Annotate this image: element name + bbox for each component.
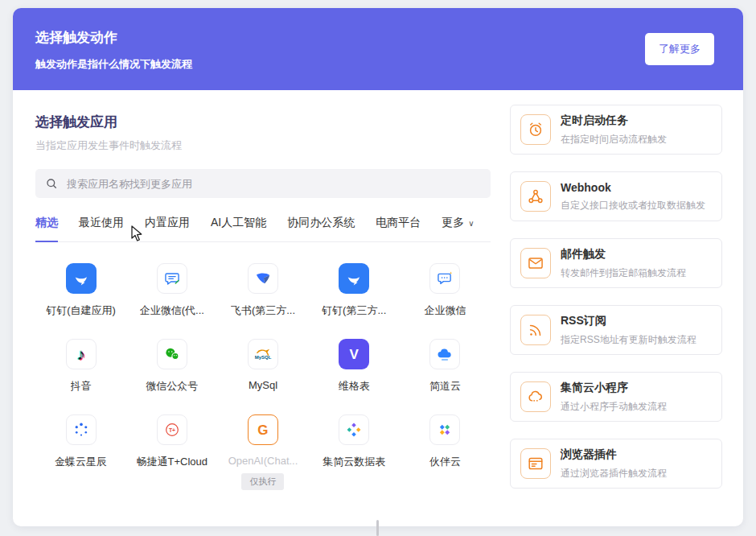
learn-more-button[interactable]: 了解更多 xyxy=(645,33,714,65)
page-title: 选择触发应用 xyxy=(35,113,491,131)
trigger-email-trigger[interactable]: 邮件触发转发邮件到指定邮箱触发流程 xyxy=(510,238,722,288)
trigger-webhook[interactable]: Webhook自定义接口接收或者拉取数据触发 xyxy=(510,171,722,221)
tab-ai[interactable]: AI人工智能 xyxy=(211,216,266,241)
jijian-table-icon xyxy=(339,414,369,445)
trigger-title: 浏览器插件 xyxy=(561,447,667,462)
tab-ecommerce[interactable]: 电商平台 xyxy=(376,216,421,241)
app-openai-chat[interactable]: GOpenAI(Chat...仅执行 xyxy=(217,414,308,490)
trigger-scheduled-task[interactable]: 定时启动任务在指定时间启动流程触发 xyxy=(510,105,722,155)
mail-icon xyxy=(520,248,551,278)
openai-icon: G xyxy=(248,414,278,445)
app-label: 维格表 xyxy=(339,379,370,394)
app-select-panel: 选择触发应用 当指定应用发生事件时触发流程 精选最近使用内置应用AI人工智能协同… xyxy=(35,105,491,505)
app-feishu-3rd[interactable]: 飞书(第三方... xyxy=(217,263,308,318)
app-label: 飞书(第三方... xyxy=(231,303,295,318)
wechat-mp-icon xyxy=(157,339,187,369)
app-douyin[interactable]: ♪抖音 xyxy=(35,339,126,394)
app-search-box[interactable] xyxy=(35,169,491,198)
jiandaoyun-icon xyxy=(429,339,460,369)
svg-text:T+: T+ xyxy=(169,427,175,433)
app-label: 简道云 xyxy=(429,379,461,394)
trigger-desc: 通过小程序手动触发流程 xyxy=(561,400,667,414)
wecom-dev-icon xyxy=(157,263,187,294)
app-jijian-datasheet[interactable]: 集简云数据表 xyxy=(309,414,400,490)
trigger-list: 定时启动任务在指定时间启动流程触发Webhook自定义接口接收或者拉取数据触发邮… xyxy=(510,105,722,505)
app-grid: 钉钉(自建应用)企业微信(代...飞书(第三方...钉钉(第三方...企业微信♪… xyxy=(35,263,491,490)
trigger-browser-extension[interactable]: 浏览器插件通过浏览器插件触发流程 xyxy=(510,439,722,489)
app-huoban-cloud[interactable]: 伙伴云 xyxy=(400,414,491,490)
trigger-title: Webhook xyxy=(561,181,705,194)
chevron-down-icon: ∨ xyxy=(468,219,474,228)
app-label: 伙伴云 xyxy=(429,455,461,469)
trigger-desc: 通过浏览器插件触发流程 xyxy=(561,467,667,480)
app-label: 钉钉(自建应用) xyxy=(46,303,116,318)
app-wechat-mp[interactable]: 微信公众号 xyxy=(126,339,217,394)
dingtalk-icon xyxy=(339,263,369,294)
kingdee-icon xyxy=(66,414,97,445)
app-label: 集简云数据表 xyxy=(323,455,385,469)
app-label: 钉钉(第三方... xyxy=(322,303,386,318)
tab-featured[interactable]: 精选 xyxy=(35,216,58,242)
trigger-title: RSS订阅 xyxy=(561,314,696,328)
trigger-title: 定时启动任务 xyxy=(561,113,667,128)
tab-label: AI人工智能 xyxy=(211,216,266,229)
app-label: OpenAI(Chat... xyxy=(228,455,298,467)
tab-builtin[interactable]: 内置应用 xyxy=(145,216,190,241)
browser-icon xyxy=(520,448,551,479)
dingtalk-icon xyxy=(66,263,97,294)
mini-program-icon xyxy=(520,381,551,412)
app-label: 企业微信(代... xyxy=(140,303,204,318)
trigger-title: 邮件触发 xyxy=(561,247,686,262)
dialog-header: 选择触发动作 触发动作是指什么情况下触发流程 了解更多 xyxy=(13,8,743,90)
dialog-subtitle: 触发动作是指什么情况下触发流程 xyxy=(35,57,714,72)
app-chanjet-tcloud[interactable]: T+畅捷通T+Cloud xyxy=(126,414,217,490)
rss-icon xyxy=(520,315,551,345)
dialog-title: 选择触发动作 xyxy=(35,28,714,47)
tab-label: 更多 xyxy=(442,216,464,229)
tab-label: 协同办公系统 xyxy=(287,216,355,229)
search-input[interactable] xyxy=(65,177,481,191)
app-wecom-dev[interactable]: 企业微信(代... xyxy=(126,263,217,318)
trigger-select-dialog: 选择触发动作 触发动作是指什么情况下触发流程 了解更多 选择触发应用 当指定应用… xyxy=(13,8,743,526)
tab-recent[interactable]: 最近使用 xyxy=(79,216,124,241)
scrollbar-thumb[interactable] xyxy=(376,520,379,536)
vika-icon: V xyxy=(339,339,369,369)
huoban-icon xyxy=(429,414,460,445)
mysql-icon: MySQL xyxy=(248,339,278,369)
trigger-title: 集简云小程序 xyxy=(561,381,667,395)
tab-more[interactable]: 更多∨ xyxy=(442,216,474,241)
app-mysql[interactable]: MySQLMySql xyxy=(217,339,308,394)
tab-bar: 精选最近使用内置应用AI人工智能协同办公系统电商平台更多∨ xyxy=(35,216,491,242)
wecom-icon xyxy=(429,263,460,294)
tab-label: 内置应用 xyxy=(145,216,190,229)
svg-text:MySQL: MySQL xyxy=(255,355,272,360)
app-jiandaoyun[interactable]: 简道云 xyxy=(400,339,491,394)
app-dingtalk-3rd[interactable]: 钉钉(第三方... xyxy=(309,263,400,318)
app-wecom[interactable]: 企业微信 xyxy=(400,263,491,318)
app-label: 抖音 xyxy=(71,379,92,394)
app-vika[interactable]: V维格表 xyxy=(309,339,400,394)
trigger-jijian-mini-program[interactable]: 集简云小程序通过小程序手动触发流程 xyxy=(510,372,722,422)
app-label: 金蝶云星辰 xyxy=(55,455,107,469)
execute-only-badge: 仅执行 xyxy=(241,473,284,490)
trigger-desc: 自定义接口接收或者拉取数据触发 xyxy=(561,199,705,212)
search-icon xyxy=(45,177,58,190)
app-label: MySql xyxy=(249,379,277,391)
feishu-icon xyxy=(248,263,278,294)
trigger-rss-subscribe[interactable]: RSS订阅指定RSS地址有更新时触发流程 xyxy=(510,305,722,355)
tab-label: 电商平台 xyxy=(376,216,421,229)
trigger-desc: 在指定时间启动流程触发 xyxy=(561,133,667,146)
trigger-desc: 转发邮件到指定邮箱触发流程 xyxy=(561,266,686,280)
app-kingdee-star[interactable]: 金蝶云星辰 xyxy=(35,414,126,490)
app-label: 微信公众号 xyxy=(146,379,198,394)
chanjet-icon: T+ xyxy=(157,414,187,445)
app-label: 企业微信 xyxy=(424,303,466,318)
app-label: 畅捷通T+Cloud xyxy=(137,455,208,469)
douyin-icon: ♪ xyxy=(66,339,97,369)
tab-label: 最近使用 xyxy=(79,216,124,229)
tab-collab-office[interactable]: 协同办公系统 xyxy=(287,216,355,241)
app-dingtalk-custom[interactable]: 钉钉(自建应用) xyxy=(35,263,126,318)
dialog-content: 选择触发应用 当指定应用发生事件时触发流程 精选最近使用内置应用AI人工智能协同… xyxy=(13,90,743,505)
webhook-icon xyxy=(520,181,551,212)
page-subtitle: 当指定应用发生事件时触发流程 xyxy=(35,138,491,153)
